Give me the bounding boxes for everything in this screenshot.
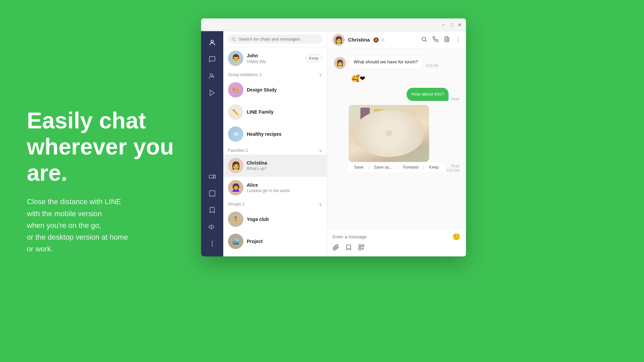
svg-rect-16 <box>359 245 361 247</box>
food-image <box>349 105 429 162</box>
avatar-design-study: 🎨 <box>228 82 243 98</box>
message-emoji: 🥰❤ <box>334 73 459 84</box>
phone-button[interactable] <box>432 36 438 44</box>
chat-info-christina: Christina What's up? <box>247 160 322 171</box>
chat-input-row: 🙂 <box>333 233 461 241</box>
chat-item-healthy-recipes[interactable]: ☁️ Healthy recipes <box>223 123 327 145</box>
sidebar-item-add-friend[interactable] <box>205 69 220 83</box>
section-favorites[interactable]: Favorites 2 ∨ <box>223 145 327 155</box>
attach-button[interactable] <box>333 244 339 252</box>
bookmark-toolbar-button[interactable] <box>345 244 352 252</box>
chat-info-yoga-club: Yoga club <box>247 217 322 222</box>
app-body: 👨 John Happy day Keep Group invitations … <box>201 31 466 256</box>
chat-header-name: Christina <box>348 37 370 43</box>
svg-marker-6 <box>209 225 212 229</box>
received-bubble: What should we have for lunch? <box>349 55 423 69</box>
chat-list: 👨 John Happy day Keep Group invitations … <box>223 31 327 256</box>
save-as-button[interactable]: Save as... <box>374 165 393 170</box>
chat-name-line-family: LINE Family <box>247 109 322 115</box>
search-input[interactable] <box>239 37 319 42</box>
svg-marker-2 <box>210 90 215 96</box>
forward-button[interactable]: Forward <box>403 165 418 170</box>
chat-item-line-family[interactable]: ✏️ LINE Family <box>223 101 327 123</box>
john-keep-button[interactable]: Keep <box>305 55 322 62</box>
sidebar-item-volume[interactable] <box>205 220 220 234</box>
chevron-down-icon: ∨ <box>319 148 322 153</box>
food-image-inner <box>349 105 429 162</box>
svg-marker-4 <box>214 175 216 179</box>
chat-name-project: Project <box>247 239 322 244</box>
avatar-alice: 👩‍🦱 <box>228 180 243 195</box>
chat-main: 👩 Christina 🔕 ⎘ <box>327 31 466 256</box>
save-button[interactable]: Save <box>354 165 364 170</box>
maximize-button[interactable]: □ <box>449 22 454 27</box>
more-button[interactable]: ⋮ <box>455 37 461 43</box>
chat-list-header <box>223 31 327 47</box>
chat-list-body: 👨 John Happy day Keep Group invitations … <box>223 47 327 256</box>
sidebar-item-more[interactable] <box>205 236 220 251</box>
sidebar-item-share[interactable] <box>205 85 220 100</box>
chat-item-christina[interactable]: 👩 Christina What's up? <box>223 155 327 177</box>
image-action-bar: Save | Save as... | Forward | Keep <box>349 162 444 172</box>
emoji-picker-button[interactable]: 🙂 <box>452 233 461 241</box>
avatar-healthy-recipes: ☁️ <box>228 126 243 142</box>
close-button[interactable]: ✕ <box>457 22 462 27</box>
sidebar-item-bookmark[interactable] <box>205 203 220 218</box>
msg-avatar-christina: 👩 <box>334 57 346 69</box>
chat-preview-john: Happy day <box>247 59 302 64</box>
chevron-down-icon: ∨ <box>319 72 322 77</box>
svg-point-9 <box>212 246 213 246</box>
section-groups[interactable]: Groups 2 ∨ <box>223 199 327 208</box>
chat-name-john: John <box>247 53 302 58</box>
search-box[interactable] <box>227 35 323 44</box>
chat-item-project[interactable]: 🏙️ Project <box>223 230 327 252</box>
share-icon: ⎘ <box>382 37 385 43</box>
mute-icon: 🔕 <box>373 37 379 43</box>
message-sent-text: Read How about this? <box>334 88 459 101</box>
minimize-button[interactable]: ─ <box>441 22 446 27</box>
chat-item-design-study[interactable]: 🎨 Design Study <box>223 79 327 101</box>
chat-info-design-study: Design Study <box>247 87 322 93</box>
chat-name-christina: Christina <box>247 160 322 166</box>
svg-rect-5 <box>210 191 215 196</box>
message-sent-image: Read 6:03 PM <box>334 105 459 172</box>
chat-name-alice: Alice <box>247 182 322 188</box>
chat-item-yoga-club[interactable]: 🧘 Yoga club <box>223 208 327 230</box>
search-chat-button[interactable] <box>421 36 427 44</box>
sidebar-item-contacts[interactable] <box>205 35 220 50</box>
received-time: 6:03 PM <box>426 64 438 68</box>
svg-point-0 <box>211 40 213 43</box>
chat-info-project: Project <box>247 239 322 244</box>
toolbar-row <box>333 244 461 252</box>
chat-item-john[interactable]: 👨 John Happy day Keep <box>223 47 327 69</box>
chat-name-design-study: Design Study <box>247 87 322 93</box>
sidebar-item-chats[interactable] <box>205 52 220 67</box>
emoji-reaction: 🥰❤ <box>351 73 365 84</box>
main-headline: Easily chat wherever you are. <box>27 107 174 186</box>
expand-toolbar-button[interactable] <box>358 244 365 252</box>
svg-rect-17 <box>362 245 364 247</box>
image-read-label: Read <box>451 164 459 168</box>
sub-text: Close the distance with LINEwith the mob… <box>27 196 174 255</box>
chat-header-avatar: 👩 <box>333 34 345 46</box>
section-group-invitations[interactable]: Group invitations 3 ∨ <box>223 69 327 79</box>
svg-rect-3 <box>209 175 214 178</box>
keep-button[interactable]: Keep <box>429 165 439 170</box>
sidebar-item-crop[interactable] <box>205 186 220 201</box>
title-bar: ─ □ ✕ <box>201 18 466 31</box>
svg-line-13 <box>425 40 426 42</box>
notes-button[interactable] <box>444 36 450 44</box>
chat-preview-alice: Luckiest girl in the world <box>247 188 322 193</box>
message-input[interactable] <box>333 234 452 239</box>
sidebar-nav <box>201 31 223 256</box>
chat-preview-christina: What's up? <box>247 166 322 171</box>
avatar-line-family: ✏️ <box>228 104 243 120</box>
chat-info-healthy-recipes: Healthy recipes <box>247 131 322 137</box>
avatar-christina: 👩 <box>228 158 243 173</box>
chat-item-alice[interactable]: 👩‍🦱 Alice Luckiest girl in the world <box>223 177 327 199</box>
image-read-time: 6:03 PM <box>447 169 459 172</box>
chat-info-alice: Alice Luckiest girl in the world <box>247 182 322 193</box>
sidebar-item-video[interactable] <box>205 169 220 184</box>
chat-header-icons: ⋮ <box>421 36 461 44</box>
app-window: ─ □ ✕ <box>201 18 466 256</box>
